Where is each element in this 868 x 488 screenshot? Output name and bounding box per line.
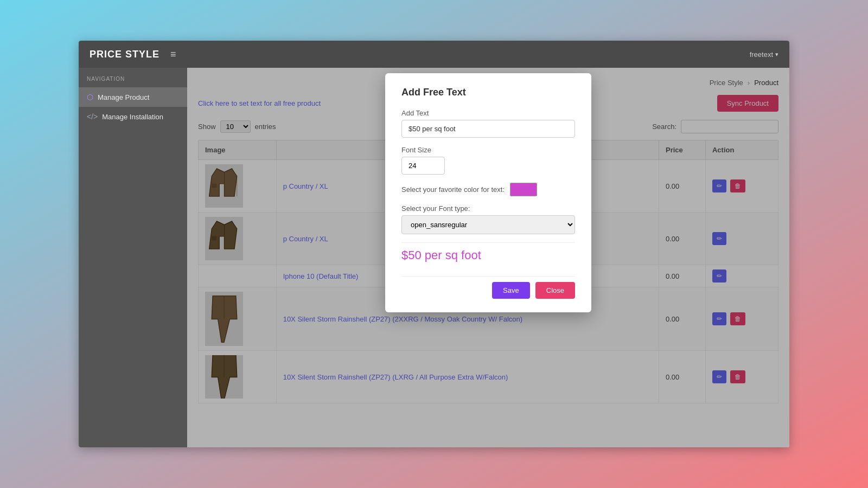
- modal-title: Add Free Text: [401, 87, 575, 98]
- color-row: Select your favorite color for text:: [401, 183, 575, 196]
- font-type-row: Select your Font type: open_sansregular …: [401, 204, 575, 234]
- preview-text: $50 per sq foot: [401, 242, 575, 268]
- font-type-select[interactable]: open_sansregular arial helvetica georgia: [401, 215, 575, 234]
- color-label: Select your favorite color for text:: [401, 185, 505, 194]
- sidebar-item-manage-product[interactable]: ⬡ Manage Product: [79, 87, 187, 107]
- main-content: Price Style › Product Click here to set …: [187, 68, 789, 447]
- sidebar-item-manage-installation[interactable]: </> Manage Installation: [79, 107, 187, 126]
- app-title: PRICE STYLE: [90, 49, 159, 60]
- sidebar: NAVIGATION ⬡ Manage Product </> Manage I…: [79, 68, 187, 447]
- code-icon: </>: [87, 112, 98, 121]
- color-swatch[interactable]: [510, 183, 537, 196]
- font-type-label: Select your Font type:: [401, 204, 575, 213]
- add-text-group: Add Text: [401, 109, 575, 138]
- add-text-input[interactable]: [401, 120, 575, 138]
- menu-icon[interactable]: ≡: [170, 49, 176, 60]
- sidebar-item-manage-product-label: Manage Product: [98, 93, 149, 101]
- app-header: PRICE STYLE ≡ freetext: [79, 41, 789, 68]
- add-free-text-modal: Add Free Text Add Text Font Size Select …: [385, 73, 591, 312]
- font-size-group: Font Size: [401, 146, 575, 175]
- add-text-label: Add Text: [401, 109, 575, 117]
- font-size-label: Font Size: [401, 146, 575, 154]
- close-button[interactable]: Close: [535, 282, 575, 299]
- modal-overlay: Add Free Text Add Text Font Size Select …: [187, 68, 789, 447]
- save-button[interactable]: Save: [492, 282, 530, 299]
- font-size-input[interactable]: [401, 157, 445, 175]
- modal-footer: Save Close: [401, 276, 575, 299]
- box-icon: ⬡: [87, 93, 93, 101]
- user-menu[interactable]: freetext: [750, 50, 778, 59]
- sidebar-item-manage-installation-label: Manage Installation: [102, 113, 163, 121]
- nav-label: NAVIGATION: [79, 76, 187, 87]
